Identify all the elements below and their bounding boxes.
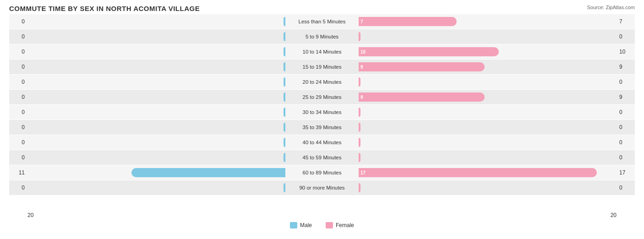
chart-title: COMMUTE TIME BY SEX IN NORTH ACOMITA VIL… <box>9 5 635 12</box>
bars-wrapper: 60 to 89 Minutes17 <box>27 165 617 180</box>
legend-male-label: Male <box>300 222 312 228</box>
female-bar-container: 9 <box>359 92 617 102</box>
bars-wrapper: 15 to 19 Minutes9 <box>27 60 617 74</box>
female-value: 0 <box>617 139 635 146</box>
male-value: 0 <box>9 49 27 55</box>
male-value: 0 <box>9 94 27 100</box>
male-bar-container <box>27 152 285 163</box>
male-bar-container <box>27 16 285 27</box>
male-value: 0 <box>9 154 27 161</box>
female-bar: 7 <box>359 17 457 26</box>
female-bar-container: 9 <box>359 62 617 72</box>
legend-male-box <box>290 222 297 228</box>
male-bar-container <box>27 47 285 57</box>
male-bar-container <box>27 107 285 117</box>
bars-wrapper: Less than 5 Minutes7 <box>27 14 617 29</box>
female-bar-container <box>359 107 617 117</box>
male-value: 0 <box>9 64 27 70</box>
female-bar <box>359 77 360 87</box>
male-bar <box>131 168 285 177</box>
chart-row: 05 to 9 Minutes0 <box>9 29 635 44</box>
bar-label: Less than 5 Minutes <box>285 19 359 24</box>
male-value: 0 <box>9 79 27 85</box>
male-value: 11 <box>9 169 27 176</box>
chart-row: 020 to 24 Minutes0 <box>9 75 635 89</box>
legend-male: Male <box>290 222 312 228</box>
chart-row: 090 or more Minutes0 <box>9 180 635 195</box>
legend-female-label: Female <box>336 222 354 228</box>
female-value: 17 <box>617 169 635 176</box>
female-bar <box>359 123 360 132</box>
female-bar <box>359 108 360 117</box>
legend-female-box <box>326 222 333 228</box>
legend: Male Female <box>9 222 635 228</box>
chart-row: 010 to 14 Minutes1010 <box>9 44 635 59</box>
female-bar <box>359 183 360 192</box>
female-value: 0 <box>617 109 635 115</box>
bar-label: 20 to 24 Minutes <box>285 79 359 85</box>
female-bar <box>359 138 360 147</box>
female-bar-container <box>359 122 617 132</box>
chart-row: 045 to 59 Minutes0 <box>9 150 635 165</box>
source-text: Source: ZipAtlas.com <box>587 5 635 10</box>
chart-row: 015 to 19 Minutes99 <box>9 60 635 74</box>
female-value: 0 <box>617 33 635 40</box>
female-bar-container <box>359 183 617 193</box>
male-value: 0 <box>9 185 27 191</box>
axis-left: 20 <box>27 212 33 218</box>
axis-right: 20 <box>611 212 617 218</box>
male-bar-container <box>27 32 285 42</box>
bar-label: 40 to 44 Minutes <box>285 140 359 145</box>
bars-wrapper: 25 to 29 Minutes9 <box>27 90 617 104</box>
bar-label: 15 to 19 Minutes <box>285 64 359 70</box>
male-value: 0 <box>9 139 27 146</box>
bars-wrapper: 45 to 59 Minutes <box>27 150 617 165</box>
axis-values: 20 20 <box>9 211 635 219</box>
bars-wrapper: 40 to 44 Minutes <box>27 135 617 150</box>
female-value: 9 <box>617 94 635 100</box>
legend-female: Female <box>326 222 354 228</box>
female-value: 0 <box>617 154 635 161</box>
male-value: 0 <box>9 109 27 115</box>
bars-wrapper: 5 to 9 Minutes <box>27 29 617 44</box>
male-bar-container <box>27 92 285 102</box>
male-bar-container <box>27 137 285 147</box>
female-bar-container <box>359 32 617 42</box>
bars-wrapper: 35 to 39 Minutes <box>27 120 617 135</box>
female-bar-container <box>359 77 617 87</box>
bar-label: 35 to 39 Minutes <box>285 125 359 130</box>
bar-label: 60 to 89 Minutes <box>285 170 359 175</box>
female-bar: 17 <box>359 168 597 177</box>
female-value: 0 <box>617 79 635 85</box>
bars-wrapper: 20 to 24 Minutes <box>27 75 617 89</box>
chart-row: 1160 to 89 Minutes1717 <box>9 165 635 180</box>
bar-label: 90 or more Minutes <box>285 185 359 190</box>
bar-label: 5 to 9 Minutes <box>285 34 359 39</box>
female-bar-container: 10 <box>359 47 617 57</box>
male-value: 0 <box>9 18 27 25</box>
male-bar-container <box>27 77 285 87</box>
male-value: 0 <box>9 124 27 130</box>
female-bar: 9 <box>359 62 485 71</box>
female-value: 9 <box>617 64 635 70</box>
bars-wrapper: 10 to 14 Minutes10 <box>27 44 617 59</box>
female-value: 0 <box>617 185 635 191</box>
chart-container: COMMUTE TIME BY SEX IN NORTH ACOMITA VIL… <box>0 0 644 239</box>
chart-row: 025 to 29 Minutes99 <box>9 90 635 104</box>
female-bar <box>359 153 360 162</box>
bar-label: 30 to 34 Minutes <box>285 109 359 115</box>
female-bar-container <box>359 137 617 147</box>
chart-row: 035 to 39 Minutes0 <box>9 120 635 135</box>
chart-row: 030 to 34 Minutes0 <box>9 105 635 120</box>
bars-wrapper: 90 or more Minutes <box>27 180 617 195</box>
male-bar-container <box>27 122 285 132</box>
female-bar-container: 7 <box>359 16 617 27</box>
bar-label: 25 to 29 Minutes <box>285 94 359 100</box>
bar-label: 45 to 59 Minutes <box>285 155 359 160</box>
bars-wrapper: 30 to 34 Minutes <box>27 105 617 120</box>
female-bar: 10 <box>359 47 499 56</box>
male-bar-container <box>27 62 285 72</box>
female-bar-container <box>359 152 617 163</box>
female-bar <box>359 32 360 41</box>
female-bar: 9 <box>359 92 485 102</box>
